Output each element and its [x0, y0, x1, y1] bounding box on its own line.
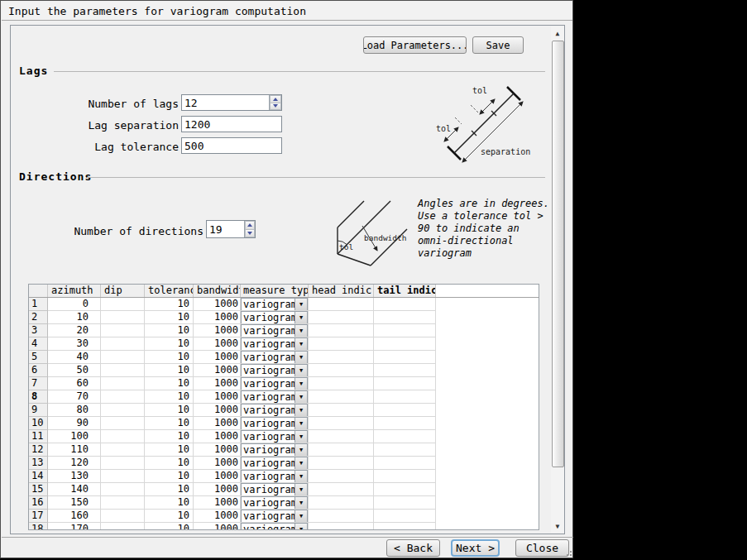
tolerance-cell[interactable]: 10	[145, 324, 194, 337]
dropdown-arrow-icon[interactable]: ▼	[294, 510, 307, 522]
resize-grip-icon[interactable]	[570, 551, 572, 553]
dip-cell[interactable]	[101, 417, 145, 430]
row-header-cell[interactable]: 18	[29, 523, 48, 529]
dropdown-arrow-icon[interactable]: ▼	[294, 391, 307, 403]
dropdown-arrow-icon[interactable]: ▼	[294, 338, 307, 350]
azimuth-cell[interactable]: 90	[48, 417, 101, 430]
dip-cell[interactable]	[101, 510, 145, 523]
dip-cell[interactable]	[101, 377, 145, 390]
tolerance-cell[interactable]: 10	[145, 417, 194, 430]
measure-type-select[interactable]: variogram▼	[241, 364, 308, 377]
dropdown-arrow-icon[interactable]: ▼	[294, 444, 307, 456]
tail-indic-cell[interactable]	[374, 417, 436, 430]
measure-type-select[interactable]: variogram▼	[241, 430, 308, 443]
head-indic-cell[interactable]	[309, 483, 374, 496]
load-parameters-button[interactable]: Load Parameters...	[363, 36, 467, 54]
bandwidth-cell[interactable]: 1000	[194, 364, 241, 377]
azimuth-cell[interactable]: 150	[48, 496, 101, 510]
bandwidth-cell[interactable]: 1000	[194, 510, 241, 523]
tail-indic-cell[interactable]	[374, 298, 436, 311]
dropdown-arrow-icon[interactable]: ▼	[294, 312, 307, 323]
dropdown-arrow-icon[interactable]: ▼	[294, 431, 307, 443]
dropdown-arrow-icon[interactable]: ▼	[294, 299, 307, 310]
dropdown-arrow-icon[interactable]: ▼	[294, 524, 307, 529]
bandwidth-cell[interactable]: 1000	[194, 324, 241, 337]
tail-indic-cell[interactable]	[374, 364, 436, 377]
head-indic-cell[interactable]	[309, 443, 374, 457]
azimuth-cell[interactable]: 170	[48, 523, 101, 529]
dropdown-arrow-icon[interactable]: ▼	[294, 484, 307, 495]
head-indic-cell[interactable]	[309, 390, 374, 404]
azimuth-cell[interactable]: 110	[48, 443, 101, 457]
tail-indic-cell[interactable]	[374, 430, 436, 443]
scroll-down-button[interactable]: ▼	[551, 519, 564, 533]
measure-type-select[interactable]: variogram▼	[241, 496, 308, 510]
tolerance-cell[interactable]: 10	[145, 470, 194, 483]
dip-cell[interactable]	[101, 337, 145, 351]
tail-indic-cell[interactable]	[374, 523, 436, 529]
measure-type-select[interactable]: variogram▼	[241, 324, 308, 337]
row-header-cell[interactable]: 8	[29, 390, 48, 404]
bandwidth-cell[interactable]: 1000	[194, 377, 241, 390]
tolerance-cell[interactable]: 10	[145, 496, 194, 510]
dropdown-arrow-icon[interactable]: ▼	[294, 365, 307, 376]
number-of-directions-spinbox[interactable]	[206, 220, 256, 238]
bandwidth-cell[interactable]: 1000	[194, 390, 241, 404]
dropdown-arrow-icon[interactable]: ▼	[294, 378, 307, 390]
head-indic-cell[interactable]	[309, 417, 374, 430]
tail-indic-header[interactable]: tail indic	[374, 285, 436, 297]
head-indic-cell[interactable]	[309, 510, 374, 523]
bandwidth-cell[interactable]: 1000	[194, 351, 241, 364]
save-button[interactable]: Save	[472, 36, 524, 54]
spin-up-button[interactable]	[245, 221, 255, 230]
next-button[interactable]: Next >	[451, 539, 500, 557]
dip-cell[interactable]	[101, 443, 145, 457]
dip-cell[interactable]	[101, 523, 145, 529]
bandwidth-cell[interactable]: 1000	[194, 404, 241, 417]
row-header-cell[interactable]: 14	[29, 470, 48, 483]
dropdown-arrow-icon[interactable]: ▼	[294, 418, 307, 429]
dropdown-arrow-icon[interactable]: ▼	[294, 352, 307, 363]
measure-type-select[interactable]: variogram▼	[241, 510, 308, 523]
head-indic-cell[interactable]	[309, 324, 374, 337]
dropdown-arrow-icon[interactable]: ▼	[294, 404, 307, 416]
measure-type-select[interactable]: variogram▼	[241, 523, 308, 529]
measure-type-select[interactable]: variogram▼	[241, 337, 308, 351]
head-indic-cell[interactable]	[309, 404, 374, 417]
dropdown-arrow-icon[interactable]: ▼	[294, 471, 307, 482]
tolerance-cell[interactable]: 10	[145, 430, 194, 443]
head-indic-cell[interactable]	[309, 457, 374, 470]
measure-type-select[interactable]: variogram▼	[241, 311, 308, 324]
tolerance-cell[interactable]: 10	[145, 443, 194, 457]
dip-cell[interactable]	[101, 470, 145, 483]
measure-type-select[interactable]: variogram▼	[241, 470, 308, 483]
tolerance-cell[interactable]: 10	[145, 337, 194, 351]
lag-separation-field[interactable]	[181, 116, 282, 132]
azimuth-header[interactable]: azimuth	[48, 285, 101, 297]
tail-indic-cell[interactable]	[374, 377, 436, 390]
tail-indic-cell[interactable]	[374, 311, 436, 324]
bandwidth-cell[interactable]: 1000	[194, 483, 241, 496]
dialog-titlebar[interactable]: Input the parameters for variogram compu…	[2, 2, 572, 21]
azimuth-cell[interactable]: 20	[48, 324, 101, 337]
row-header-cell[interactable]: 13	[29, 457, 48, 470]
head-indic-cell[interactable]	[309, 377, 374, 390]
azimuth-cell[interactable]: 70	[48, 390, 101, 404]
row-header-cell[interactable]: 5	[29, 351, 48, 364]
lag-tolerance-field[interactable]	[181, 137, 282, 154]
head-indic-cell[interactable]	[309, 298, 374, 311]
measure-type-select[interactable]: variogram▼	[241, 457, 308, 470]
head-indic-cell[interactable]	[309, 351, 374, 364]
azimuth-cell[interactable]: 160	[48, 510, 101, 523]
measure-type-select[interactable]: variogram▼	[241, 390, 308, 404]
row-header-cell[interactable]: 9	[29, 404, 48, 417]
azimuth-cell[interactable]: 100	[48, 430, 101, 443]
row-header-cell[interactable]: 12	[29, 443, 48, 457]
azimuth-cell[interactable]: 130	[48, 470, 101, 483]
dropdown-arrow-icon[interactable]: ▼	[294, 497, 307, 509]
back-button[interactable]: < Back	[386, 539, 440, 557]
azimuth-cell[interactable]: 30	[48, 337, 101, 351]
row-header-cell[interactable]: 2	[29, 311, 48, 324]
dip-cell[interactable]	[101, 298, 145, 311]
head-indic-cell[interactable]	[309, 337, 374, 351]
